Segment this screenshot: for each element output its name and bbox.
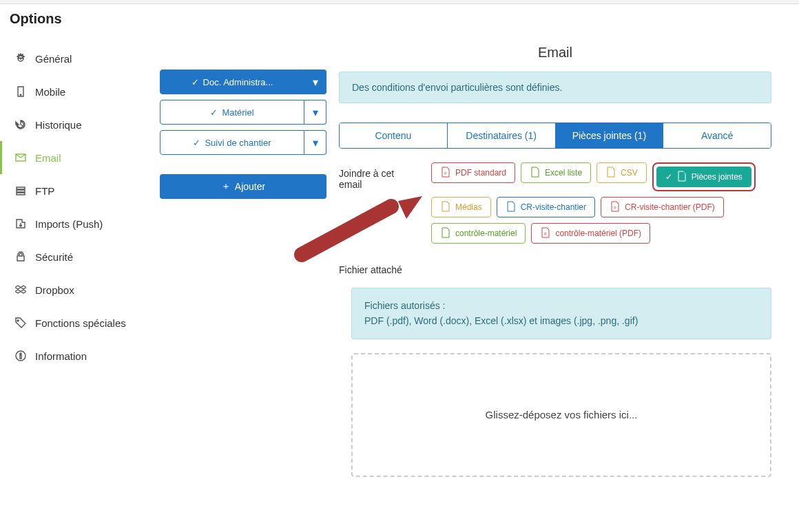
chip-contr-le-mat-riel[interactable]: contrôle-matériel <box>431 223 526 244</box>
file-icon <box>676 171 687 184</box>
check-icon: ✓ <box>191 77 199 87</box>
highlighted-chip: ✓Pièces jointes <box>652 162 756 191</box>
sidebar-item-label: Dropbox <box>35 284 74 296</box>
sidebar-item-label: Général <box>35 53 72 65</box>
info-icon <box>14 350 27 362</box>
file-icon <box>530 167 541 180</box>
file-icon <box>440 201 451 214</box>
chip-label: CR-visite-chantier <box>521 202 586 212</box>
gear-icon <box>14 52 27 65</box>
chip-label: contrôle-matériel <box>455 228 517 238</box>
category-column: ✓ Doc. Administra... ▾ ✓ Matériel ▾ ✓ Su… <box>160 35 332 477</box>
chip-excel-liste[interactable]: Excel liste <box>521 162 591 183</box>
category-button-0[interactable]: ✓ Doc. Administra... <box>160 70 304 94</box>
sidebar-item-ftp[interactable]: FTP <box>0 174 160 207</box>
sidebar-item-fonctions-sp-ciales[interactable]: Fonctions spéciales <box>0 306 160 339</box>
dropbox-icon <box>14 284 27 296</box>
chip-cr-visite-chantier-pdf-[interactable]: PCR-visite-chantier (PDF) <box>601 197 724 217</box>
plus-icon: ＋ <box>221 180 231 193</box>
page-title: Options <box>0 4 799 35</box>
chip-contr-le-mat-riel-pdf-[interactable]: Pcontrôle-matériel (PDF) <box>531 223 650 244</box>
chip-pi-ces-jointes[interactable]: ✓Pièces jointes <box>656 167 751 187</box>
file-icon <box>605 167 616 180</box>
conditions-alert: Des conditions d'envoi particulières son… <box>339 72 771 103</box>
category-button-label: Suivi de chantier <box>205 138 271 148</box>
file-section-label: Fichier attaché <box>339 264 771 275</box>
sidebar-item-information[interactable]: Information <box>0 339 160 372</box>
category-button-2[interactable]: ✓ Suivi de chantier <box>160 130 304 155</box>
svg-text:P: P <box>545 232 548 236</box>
sidebar-item-email[interactable]: Email <box>0 141 160 174</box>
chip-label: Médias <box>455 202 482 212</box>
tab-0[interactable]: Contenu <box>340 123 448 148</box>
tab-1[interactable]: Destinataires (1) <box>448 123 556 148</box>
caret-down-icon: ▾ <box>313 76 318 89</box>
file-dropzone[interactable]: Glissez-déposez vos fichiers ici... <box>351 353 771 477</box>
main-panel: Email Des conditions d'envoi particulièr… <box>332 35 799 477</box>
sidebar-item-imports-push-[interactable]: Imports (Push) <box>0 207 160 240</box>
category-dropdown-1[interactable]: ▾ <box>304 100 326 125</box>
chip-csv[interactable]: CSV <box>596 162 647 183</box>
sidebar-item-label: Fonctions spéciales <box>35 317 126 329</box>
category-dropdown-2[interactable]: ▾ <box>304 130 326 155</box>
tag-icon <box>14 317 27 329</box>
chip-label: PDF standard <box>455 168 506 178</box>
sidebar-item-label: Imports (Push) <box>35 218 103 230</box>
chip-label: CSV <box>621 168 638 178</box>
tab-3[interactable]: Avancé <box>663 123 771 148</box>
caret-down-icon: ▾ <box>313 106 318 119</box>
sidebar-item-dropbox[interactable]: Dropbox <box>0 273 160 306</box>
chip-cr-visite-chantier[interactable]: CR-visite-chantier <box>497 197 595 217</box>
svg-text:P: P <box>614 206 616 210</box>
category-dropdown-0[interactable]: ▾ <box>304 70 326 94</box>
mobile-icon <box>14 85 27 98</box>
sidebar-item-s-curit-[interactable]: Sécurité <box>0 240 160 273</box>
chip-label: Excel liste <box>545 168 582 178</box>
svg-text:P: P <box>444 171 447 175</box>
file-icon <box>506 201 517 214</box>
attachment-chips: PPDF standardExcel listeCSV✓Pièces joint… <box>431 162 771 244</box>
category-button-1[interactable]: ✓ Matériel <box>160 100 304 125</box>
file-icon: P <box>440 167 451 180</box>
check-icon: ✓ <box>193 138 200 148</box>
mail-icon <box>14 151 27 164</box>
sidebar-item-label: Historique <box>35 119 82 131</box>
chip-label: contrôle-matériel (PDF) <box>555 228 641 238</box>
category-button-label: Matériel <box>222 107 253 118</box>
sidebar-item-label: Information <box>35 350 87 362</box>
allowed-files-info: Fichiers autorisés : PDF (.pdf), Word (.… <box>351 288 771 339</box>
file-icon <box>440 227 451 240</box>
file-icon: P <box>540 227 551 240</box>
sidebar-item-mobile[interactable]: Mobile <box>0 75 160 108</box>
sidebar-item-label: Mobile <box>35 86 65 98</box>
lock-icon <box>14 251 27 263</box>
sidebar-item-label: FTP <box>35 185 54 197</box>
file-icon: P <box>610 201 621 214</box>
category-button-label: Doc. Administra... <box>203 77 273 87</box>
history-icon <box>14 118 27 131</box>
server-icon <box>14 184 27 197</box>
allowed-files-line1: Fichiers autorisés : <box>364 298 758 313</box>
chip-m-dias[interactable]: Médias <box>431 197 491 217</box>
tabs: ContenuDestinataires (1)Pièces jointes (… <box>339 123 771 149</box>
chip-label: CR-visite-chantier (PDF) <box>625 202 715 212</box>
caret-down-icon: ▾ <box>313 136 318 149</box>
chip-pdf-standard[interactable]: PPDF standard <box>431 162 515 183</box>
import-icon <box>14 217 27 230</box>
sidebar-item-label: Sécurité <box>35 251 73 263</box>
add-button[interactable]: ＋ Ajouter <box>160 174 326 199</box>
sidebar-item-historique[interactable]: Historique <box>0 108 160 141</box>
chip-label: Pièces jointes <box>692 172 743 182</box>
check-icon: ✓ <box>665 172 672 182</box>
sidebar-item-label: Email <box>35 152 61 164</box>
add-button-label: Ajouter <box>235 181 265 192</box>
tab-2[interactable]: Pièces jointes (1) <box>556 123 664 148</box>
sidebar: GénéralMobileHistoriqueEmailFTPImports (… <box>0 35 160 477</box>
dropzone-text: Glissez-déposez vos fichiers ici... <box>486 409 638 421</box>
panel-title: Email <box>339 45 771 61</box>
sidebar-item-g-n-ral[interactable]: Général <box>0 42 160 75</box>
attach-section-label: Joindre à cet email <box>339 162 415 190</box>
allowed-files-line2: PDF (.pdf), Word (.docx), Excel (.xlsx) … <box>364 313 758 328</box>
check-icon: ✓ <box>210 107 218 118</box>
